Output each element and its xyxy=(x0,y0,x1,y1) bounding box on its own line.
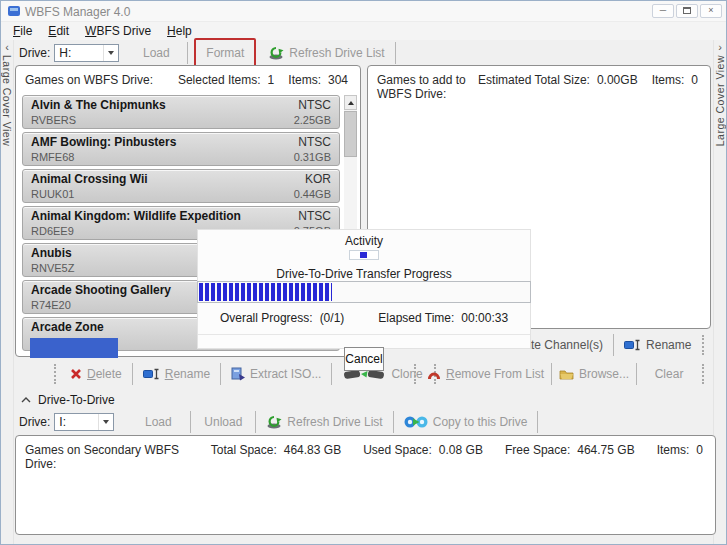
toolbar-separator xyxy=(537,411,538,433)
delete-icon xyxy=(70,368,82,380)
game-region: NTSC xyxy=(298,209,331,224)
delete-button[interactable]: Delete xyxy=(62,362,130,386)
rename-label: Rename xyxy=(165,367,210,381)
collapse-right-icon[interactable]: › xyxy=(718,40,722,52)
title-bar: WBFS Manager 4.0 ─ × xyxy=(1,1,726,22)
game-id: RNVE5Z xyxy=(31,261,74,276)
extract-iso-label: Extract ISO... xyxy=(250,367,321,381)
overall-progress-value: (0/1) xyxy=(320,311,345,325)
toolbar-separator xyxy=(551,363,552,385)
rename-channel-label: Rename xyxy=(646,338,691,352)
drive-to-drive-label: Drive-To-Drive xyxy=(38,393,115,407)
total-space-label: Total Space: xyxy=(211,443,277,457)
remove-from-list-label: Remove From List xyxy=(446,367,544,381)
toolbar-separator xyxy=(190,411,191,433)
delete-label: Delete xyxy=(87,367,122,381)
menu-file[interactable]: File xyxy=(5,23,40,39)
secondary-refresh-drive-list-button[interactable]: Refresh Drive List xyxy=(258,410,390,434)
game-title: Animal Kingdom: Wildlife Expedition xyxy=(31,209,241,224)
app-icon xyxy=(7,4,21,18)
secondary-load-button[interactable]: Load xyxy=(128,410,188,434)
remove-from-list-button[interactable]: Remove From List xyxy=(422,362,549,386)
drive-to-drive-toolbar: Drive: I: Load Unload Refresh Drive List… xyxy=(15,409,540,434)
copy-to-drive-icon xyxy=(404,415,428,429)
items-value: 304 xyxy=(328,73,348,87)
browse-button[interactable]: Browse... xyxy=(554,362,634,386)
total-space-value: 464.83 GB xyxy=(284,443,341,457)
activity-label: Activity xyxy=(198,230,530,248)
selected-items-label: Selected Items: xyxy=(178,73,261,87)
close-button[interactable]: × xyxy=(700,4,722,18)
items-label: Items: xyxy=(657,443,690,457)
game-id: RUUK01 xyxy=(31,187,74,202)
load-button[interactable]: Load xyxy=(127,41,185,65)
cancel-button[interactable]: Cancel xyxy=(344,347,384,371)
toolbar-separator xyxy=(220,363,221,385)
game-id: RVBERS xyxy=(31,113,76,128)
game-list-item[interactable]: AMF Bowling: PinbustersNTSC RMFE680.31GB xyxy=(22,132,340,166)
scrollbar-thumb[interactable] xyxy=(344,111,357,157)
refresh-icon xyxy=(266,415,282,429)
toolbar-grip[interactable] xyxy=(54,364,59,384)
left-cover-view-label: Large Cover View xyxy=(1,55,13,146)
game-id: RMFE68 xyxy=(31,150,74,165)
secondary-drive-label: Drive: xyxy=(15,415,54,429)
toolbar-separator xyxy=(132,363,133,385)
scroll-up-icon[interactable] xyxy=(344,95,357,110)
selected-items-value: 1 xyxy=(268,73,275,87)
items-value: 0 xyxy=(691,73,698,87)
menu-bar: File Edit WBFS Drive Help xyxy=(1,22,726,40)
rename-button[interactable]: Rename xyxy=(135,362,218,386)
items-label: Items: xyxy=(652,73,685,87)
game-region: NTSC xyxy=(298,135,331,150)
game-size: 0.31GB xyxy=(294,150,331,165)
transfer-stats: Overall Progress:(0/1) Elapsed Time:00:0… xyxy=(198,311,530,325)
menu-help[interactable]: Help xyxy=(159,23,200,39)
clear-button[interactable]: Clear xyxy=(639,362,699,386)
refresh-drive-list-button[interactable]: Refresh Drive List xyxy=(260,41,392,65)
game-title: Alvin & The Chipmunks xyxy=(31,98,166,113)
left-cover-view-strip[interactable]: ‹ Large Cover View xyxy=(1,40,14,544)
game-id: RD6EE9 xyxy=(31,224,74,239)
game-size: 0.44GB xyxy=(294,187,331,202)
copy-to-drive-button[interactable]: Copy to this Drive xyxy=(396,410,536,434)
transfer-progress-bar xyxy=(197,281,531,303)
game-title: Animal Crossing Wii xyxy=(31,172,148,187)
remove-from-list-icon xyxy=(427,368,441,380)
menu-edit[interactable]: Edit xyxy=(40,23,77,39)
toolbar-separator xyxy=(613,334,614,356)
chevron-down-icon xyxy=(103,45,118,61)
chevron-up-icon xyxy=(21,397,31,403)
game-size: 2.25GB xyxy=(294,113,331,128)
format-button[interactable]: Format xyxy=(200,41,250,65)
toolbar-grip[interactable] xyxy=(702,335,707,355)
format-highlight-annotation: Format xyxy=(194,38,256,68)
maximize-button[interactable] xyxy=(676,4,698,18)
top-toolbar: Drive: H: Load Format Refresh Drive List xyxy=(15,40,398,65)
toolbar-grip[interactable] xyxy=(702,364,707,384)
chevron-down-icon xyxy=(98,414,113,430)
transfer-progress-dialog: Activity Drive-To-Drive Transfer Progres… xyxy=(197,229,531,349)
game-list-item[interactable]: Alvin & The ChipmunksNTSC RVBERS2.25GB xyxy=(22,95,340,129)
extract-iso-button[interactable]: Extract ISO... xyxy=(223,362,329,386)
games-to-add-title: Games to add to WBFS Drive: xyxy=(377,73,478,101)
secondary-refresh-label: Refresh Drive List xyxy=(287,415,382,429)
browse-label: Browse... xyxy=(579,367,629,381)
toolbar-grip[interactable] xyxy=(414,364,419,384)
rename-channel-button[interactable]: Rename xyxy=(616,333,699,357)
game-list-item[interactable]: Animal Crossing WiiKOR RUUK010.44GB xyxy=(22,169,340,203)
drive-to-drive-expander[interactable]: Drive-To-Drive xyxy=(21,393,115,407)
unload-button[interactable]: Unload xyxy=(193,410,253,434)
secondary-drive-select[interactable]: I: xyxy=(54,413,114,431)
rename-icon xyxy=(624,339,641,351)
game-id: R74E20 xyxy=(31,298,71,313)
collapse-left-icon[interactable]: ‹ xyxy=(5,40,9,52)
free-space-value: 464.75 GB xyxy=(577,443,634,457)
minimize-button[interactable]: ─ xyxy=(652,4,674,18)
right-actions-toolbar: Remove From List Browse... Clear xyxy=(411,358,710,389)
drive-select[interactable]: H: xyxy=(54,44,119,62)
right-cover-view-label: Large Cover View xyxy=(714,55,726,146)
estimated-size-label: Estimated Total Size: xyxy=(478,73,590,87)
game-title: Arcade Zone xyxy=(31,320,104,335)
menu-wbfs-drive[interactable]: WBFS Drive xyxy=(77,23,159,39)
